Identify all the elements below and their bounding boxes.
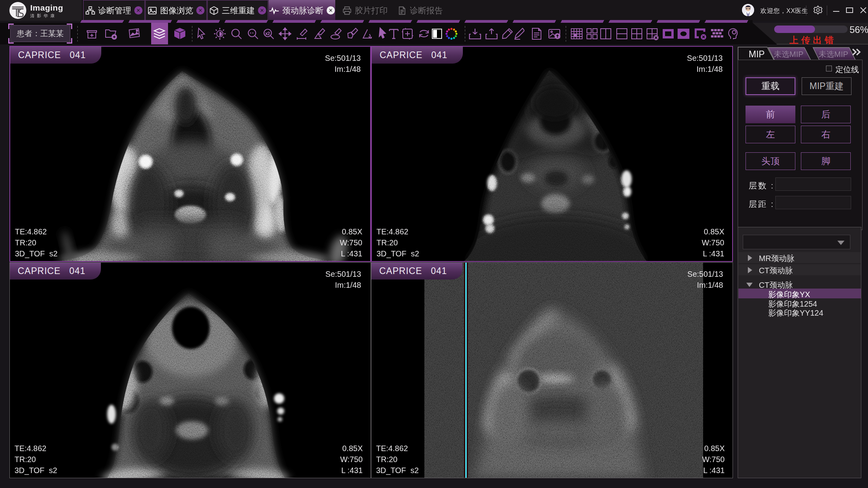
svg-text:MIP: MIP [749,49,765,59]
svg-text:未选MIP: 未选MIP [819,50,848,58]
svg-text:x2: x2 [265,31,270,36]
svg-text:未选MIP: 未选MIP [774,50,804,58]
